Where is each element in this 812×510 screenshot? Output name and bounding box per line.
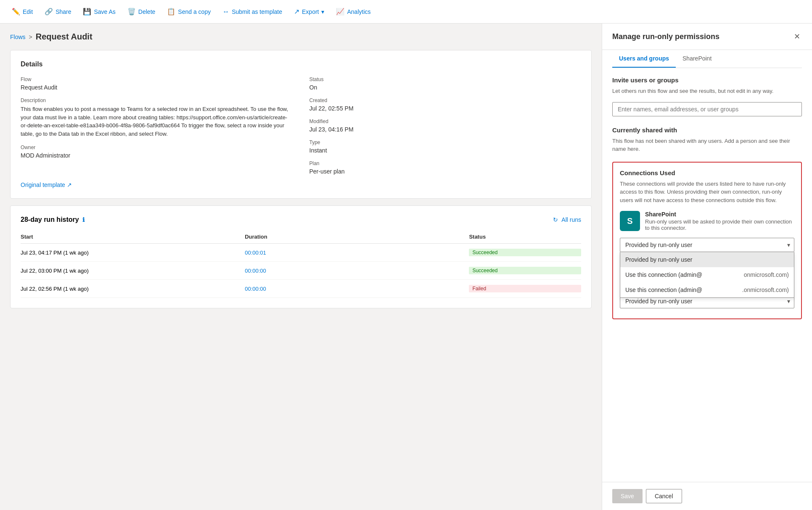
created-label: Created [309, 97, 582, 103]
breadcrumb-current: Request Audit [36, 32, 93, 42]
plan-value: Per-user plan [309, 168, 582, 175]
invite-input[interactable] [612, 102, 802, 116]
detail-grid: Flow Request Audit Description This flow… [21, 76, 581, 175]
invite-desc: Let others run this flow and see the res… [612, 87, 802, 95]
submit-template-button[interactable]: ↔ Submit as template [217, 5, 287, 18]
invite-title: Invite users or groups [612, 76, 802, 84]
plan-label: Plan [309, 160, 582, 166]
right-panel: Manage run-only permissions ✕ Users and … [602, 24, 812, 510]
owner-value: MOD Administrator [21, 152, 293, 159]
status-label: Status [309, 76, 582, 82]
share-button[interactable]: 🔗 Share [40, 5, 76, 18]
main-layout: Flows > Request Audit Details Flow Reque… [0, 24, 812, 510]
send-copy-icon: 📋 [167, 8, 175, 16]
panel-footer: Save Cancel [602, 482, 812, 510]
dropdown-option-admin2[interactable]: Use this connection (admin@ .onmicrosoft… [620, 282, 794, 297]
table-row: Jul 23, 04:17 PM (1 wk ago) 00:00:01 Suc… [21, 244, 581, 262]
modified-label: Modified [309, 118, 582, 124]
run-history-rows: Jul 23, 04:17 PM (1 wk ago) 00:00:01 Suc… [21, 244, 581, 298]
details-title: Details [21, 60, 581, 68]
refresh-icon: ↻ [553, 216, 558, 223]
submit-template-icon: ↔ [222, 8, 229, 16]
cancel-button[interactable]: Cancel [646, 489, 682, 503]
row-duration: 00:00:00 [245, 286, 469, 292]
row-start: Jul 22, 03:00 PM (1 wk ago) [21, 268, 245, 274]
save-as-button[interactable]: 💾 Save As [78, 5, 120, 18]
table-row: Jul 22, 02:56 PM (1 wk ago) 00:00:00 Fai… [21, 280, 581, 298]
status-value: On [309, 84, 582, 91]
breadcrumb-separator: > [29, 34, 32, 40]
owner-label: Owner [21, 145, 293, 150]
run-history-header: 28-day run history ℹ ↻ All runs [21, 216, 581, 223]
tabs: Users and groups SharePoint [612, 50, 802, 68]
row-duration: 00:00:01 [245, 250, 469, 256]
flow-label: Flow [21, 76, 293, 82]
share-icon: 🔗 [45, 8, 53, 16]
breadcrumb-flows-link[interactable]: Flows [10, 34, 26, 40]
analytics-icon: 📈 [336, 8, 344, 16]
export-button[interactable]: ↗ Export ▾ [289, 5, 329, 18]
description-value: This flow enables you to post a message … [21, 105, 293, 138]
dropdown-option-admin1[interactable]: Use this connection (admin@ onmicrosoft.… [620, 267, 794, 282]
connection-dropdown-wrapper: Provided by run-only user Use this conne… [620, 238, 794, 252]
save-as-icon: 💾 [83, 8, 91, 16]
created-value: Jul 22, 02:55 PM [309, 105, 582, 112]
run-history-refresh[interactable]: ↻ All runs [553, 216, 581, 223]
original-template-link[interactable]: Original template ↗ [21, 181, 72, 188]
row-start: Jul 22, 02:56 PM (1 wk ago) [21, 286, 245, 292]
send-copy-button[interactable]: 📋 Send a copy [162, 5, 216, 18]
panel-header: Manage run-only permissions ✕ [602, 24, 812, 50]
row-status: Failed [469, 285, 581, 292]
shared-section: Currently shared with This flow has not … [612, 126, 802, 153]
delete-icon: 🗑️ [127, 8, 136, 16]
flow-value: Request Audit [21, 84, 293, 91]
all-runs-label: All runs [561, 216, 581, 223]
panel-title: Manage run-only permissions [612, 32, 719, 41]
analytics-button[interactable]: 📈 Analytics [331, 5, 376, 18]
left-content: Flows > Request Audit Details Flow Reque… [0, 24, 602, 510]
description-label: Description [21, 97, 293, 103]
edit-icon: ✏️ [12, 8, 20, 16]
external-link-icon: ↗ [67, 181, 72, 188]
connector-info: SharePoint Run-only users will be asked … [645, 211, 794, 231]
row-status: Succeeded [469, 249, 581, 256]
table-row: Jul 22, 03:00 PM (1 wk ago) 00:00:00 Suc… [21, 262, 581, 280]
type-label: Type [309, 139, 582, 145]
save-button: Save [612, 489, 643, 503]
delete-button[interactable]: 🗑️ Delete [122, 5, 160, 18]
row-duration: 00:00:00 [245, 268, 469, 274]
sharepoint-connector-icon: S [620, 211, 640, 231]
panel-body: Users and groups SharePoint Invite users… [602, 50, 812, 482]
breadcrumb: Flows > Request Audit [10, 32, 592, 42]
toolbar: ✏️ Edit 🔗 Share 💾 Save As 🗑️ Delete 📋 Se… [0, 0, 812, 24]
shared-title: Currently shared with [612, 126, 802, 134]
tab-sharepoint[interactable]: SharePoint [676, 50, 718, 68]
connection-dropdown[interactable]: Provided by run-only user Use this conne… [620, 238, 794, 252]
dropdown-options: Provided by run-only user Use this conne… [620, 252, 794, 298]
table-header: Start Duration Status [21, 230, 581, 244]
detail-col-right: Status On Created Jul 22, 02:55 PM Modif… [309, 76, 582, 175]
edit-button[interactable]: ✏️ Edit [7, 5, 38, 18]
tab-users-groups[interactable]: Users and groups [612, 50, 676, 68]
invite-section: Invite users or groups Let others run th… [612, 76, 802, 126]
info-icon[interactable]: ℹ [82, 216, 85, 223]
connector-name: SharePoint [645, 211, 794, 218]
close-button[interactable]: ✕ [792, 30, 802, 43]
details-card: Details Flow Request Audit Description T… [10, 50, 592, 199]
export-icon: ↗ [294, 8, 299, 16]
run-history-card: 28-day run history ℹ ↻ All runs Start Du… [10, 205, 592, 308]
detail-col-left: Flow Request Audit Description This flow… [21, 76, 293, 175]
connector-desc: Run-only users will be asked to provide … [645, 218, 794, 231]
connections-box: Connections Used These connections will … [612, 162, 802, 320]
export-chevron-icon: ▾ [321, 8, 324, 15]
connector-item: S SharePoint Run-only users will be aske… [620, 211, 794, 231]
modified-value: Jul 23, 04:16 PM [309, 126, 582, 133]
connections-desc: These connections will provide the users… [620, 180, 794, 205]
shared-desc: This flow has not been shared with any u… [612, 137, 802, 153]
dropdown-option-provided[interactable]: Provided by run-only user [620, 252, 794, 267]
row-status: Succeeded [469, 267, 581, 274]
row-start: Jul 23, 04:17 PM (1 wk ago) [21, 250, 245, 256]
connections-title: Connections Used [620, 169, 794, 176]
type-value: Instant [309, 147, 582, 154]
run-history-title: 28-day run history ℹ [21, 216, 85, 223]
